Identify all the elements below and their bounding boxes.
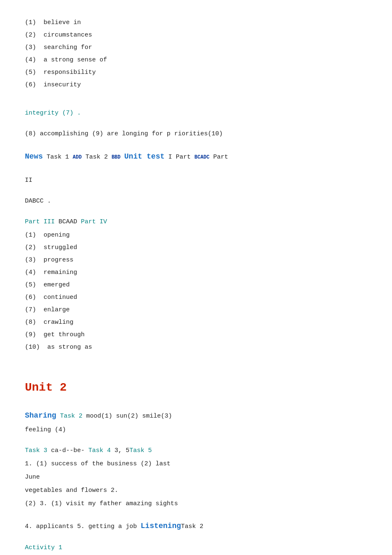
task3-row: Task 3 ca-d--be- Task 4 3, 5Task 5 [25,445,367,457]
list-item: (3) progress [25,254,367,266]
feeling-line: feeling (4) [25,424,367,436]
part2-label: Part [213,154,228,161]
list-item: (3) searching for [25,42,367,54]
list-item: (9) get through [25,329,367,341]
list-item: (7) enlarge [25,304,367,316]
sharing-label: Sharing [25,411,56,420]
top-numbered-section: (1) believe in (2) circumstances (3) sea… [25,17,367,91]
task3-label: Task 3 [25,447,47,454]
unit2-heading: Unit 2 [25,381,367,394]
sharing-task2: Task 2 [60,413,83,420]
task5-label: Task 5 [129,447,152,454]
list-item: (1) opening [25,229,367,242]
news-task-row: News Task 1 ADD Task 2 BBD Unit test I P… [25,149,367,165]
list-item: (5) responsibility [25,66,367,79]
integrity-line: integrity (7) . [25,107,367,120]
ca-text: ca-d--be- [51,447,85,454]
list-item: (8) crawling [25,316,367,329]
activity-line: Activity 1 [25,542,367,554]
numbered-list-part4: (1) opening (2) struggled (3) progress (… [25,229,367,354]
part4-label: Part IV [81,218,107,225]
content-line5: 4. applicants 5. getting a job Listening… [25,518,367,533]
smile-text: smile(3) [142,413,172,420]
mood-text: mood(1) [86,413,112,420]
part-ii-line: II [25,174,367,187]
task2b-label: Task 2 [181,523,203,530]
dabcc-line: DABCC . [25,195,367,208]
listening-label: Listening [141,522,181,530]
activity-label: Activity 1 [25,544,62,551]
line5-text: 4. applicants 5. getting a job [25,523,137,530]
part-label: Part [176,154,191,161]
bcadc-label: BCADC [195,154,209,160]
content-line3: vegetables and flowers 2. [25,484,367,497]
list-item: (4) remaining [25,266,367,279]
part3-row: Part III BCAAD Part IV [25,216,367,228]
list-item: (10) as strong as [25,341,367,354]
content-line2: June [25,471,367,484]
accomplishing-line: (8) accomplishing (9) are longing for p … [25,128,367,140]
list-item: (1) believe in [25,17,367,29]
news-label: News [25,152,43,161]
content-line1: 1. (1) success of the business (2) last [25,458,367,470]
sun-text: sun(2) [116,413,139,420]
ii-label: II [25,177,32,184]
add-label: ADD [73,154,82,160]
list-item: (2) struggled [25,242,367,254]
part3-label: Part III [25,218,55,225]
unit-test-label: Unit test [124,152,165,161]
task4-values: 3, 5 [114,447,129,454]
list-item: (5) emerged [25,279,367,291]
list-item: (2) circumstances [25,29,367,42]
list-item: (4) a strong sense of [25,54,367,66]
task4-label: Task 4 [88,447,111,454]
content-line4: (2) 3. (1) visit my father amazing sight… [25,498,367,510]
bcaad-label: BCAAD [58,218,77,225]
bbd-label: BBD [112,154,121,160]
task2-label: Task 2 [85,154,108,161]
task1-label: Task 1 [46,154,69,161]
sharing-row: Sharing Task 2 mood(1) sun(2) smile(3) [25,408,367,423]
integrity-text: integrity (7) . [25,110,81,117]
pipe: I [168,154,172,161]
numbered-list-top: (1) believe in (2) circumstances (3) sea… [25,17,367,91]
list-item: (6) insecurity [25,79,367,91]
list-item: (6) continued [25,291,367,304]
